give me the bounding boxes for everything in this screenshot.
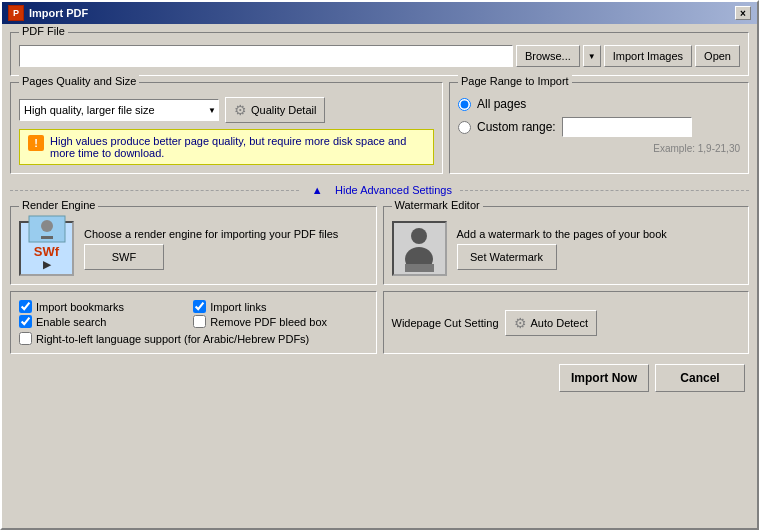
render-description: Choose a render engine for importing you… <box>84 228 338 240</box>
window-icon: P <box>8 5 24 21</box>
options-row: Import bookmarks Import links Enable sea… <box>10 291 749 354</box>
render-right: Choose a render engine for importing you… <box>84 228 338 270</box>
range-example-text: Example: 1,9-21,30 <box>458 143 740 154</box>
import-links-label: Import links <box>210 301 266 313</box>
watermark-editor-group: Watermark Editor Add a watermark to the … <box>383 206 750 285</box>
import-bookmarks-row: Import bookmarks <box>19 300 193 313</box>
open-button[interactable]: Open <box>695 45 740 67</box>
title-bar: P Import PDF × <box>2 2 757 24</box>
widepage-cut-group: Widepage Cut Setting ⚙ Auto Detect <box>383 291 750 354</box>
auto-detect-icon: ⚙ <box>514 315 527 331</box>
enable-search-label: Enable search <box>36 316 106 328</box>
quality-select-row: High quality, larger file size Medium qu… <box>19 97 434 123</box>
custom-range-input[interactable] <box>562 117 692 137</box>
swf-arrow-icon: ▶ <box>43 259 51 270</box>
custom-range-row: Custom range: <box>458 117 740 137</box>
quality-info-box: ! High values produce better page qualit… <box>19 129 434 165</box>
title-bar-left: P Import PDF <box>8 5 88 21</box>
footer-row: Import Now Cancel <box>10 360 749 392</box>
custom-range-label: Custom range: <box>477 120 556 134</box>
advanced-icon: ▲ <box>307 180 327 200</box>
quality-detail-label: Quality Detail <box>251 104 316 116</box>
custom-range-radio[interactable] <box>458 121 471 134</box>
advanced-separator[interactable]: ▲ Hide Advanced Settings <box>10 180 749 200</box>
swf-icon: SWf ▶ <box>19 221 74 276</box>
import-images-button[interactable]: Import Images <box>604 45 692 67</box>
page-range-label: Page Range to Import <box>458 75 572 87</box>
hide-advanced-label: Hide Advanced Settings <box>335 184 452 196</box>
quality-info-text: High values produce better page quality,… <box>50 135 425 159</box>
middle-row: Pages Quality and Size High quality, lar… <box>10 82 749 174</box>
pages-quality-label: Pages Quality and Size <box>19 75 139 87</box>
svg-point-3 <box>411 228 427 244</box>
gear-icon: ⚙ <box>234 102 247 118</box>
auto-detect-button[interactable]: ⚙ Auto Detect <box>505 310 597 336</box>
pdf-file-group: PDF File Browse... ▼ Import Images Open <box>10 32 749 76</box>
import-now-button[interactable]: Import Now <box>559 364 649 392</box>
all-pages-label: All pages <box>477 97 526 111</box>
remove-bleed-checkbox[interactable] <box>193 315 206 328</box>
swf-label-text: SWf <box>34 244 59 259</box>
window: P Import PDF × PDF File Browse... ▼ Impo… <box>0 0 759 530</box>
import-bookmarks-label: Import bookmarks <box>36 301 124 313</box>
watermark-icon <box>392 221 447 276</box>
quality-detail-button[interactable]: ⚙ Quality Detail <box>225 97 325 123</box>
quality-dropdown[interactable]: High quality, larger file size Medium qu… <box>19 99 219 121</box>
widepage-label: Widepage Cut Setting <box>392 317 499 329</box>
all-pages-row: All pages <box>458 97 740 111</box>
svg-point-1 <box>41 220 53 232</box>
warning-icon: ! <box>28 135 44 151</box>
watermark-editor-label: Watermark Editor <box>392 199 483 211</box>
rtl-row: Right-to-left language support (for Arab… <box>19 332 368 345</box>
browse-button[interactable]: Browse... <box>516 45 580 67</box>
pdf-path-input[interactable] <box>19 45 513 67</box>
svg-rect-2 <box>41 236 53 239</box>
watermark-right: Add a watermark to the pages of your boo… <box>457 228 667 270</box>
page-range-group: Page Range to Import All pages Custom ra… <box>449 82 749 174</box>
cancel-button[interactable]: Cancel <box>655 364 745 392</box>
close-button[interactable]: × <box>735 6 751 20</box>
set-watermark-button[interactable]: Set Watermark <box>457 244 557 270</box>
enable-search-row: Enable search <box>19 315 193 328</box>
options-left: Import bookmarks Import links Enable sea… <box>10 291 377 354</box>
quality-select-wrapper: High quality, larger file size Medium qu… <box>19 99 219 121</box>
pages-quality-group: Pages Quality and Size High quality, lar… <box>10 82 443 174</box>
pdf-file-row: Browse... ▼ Import Images Open <box>19 45 740 67</box>
remove-bleed-label: Remove PDF bleed box <box>210 316 327 328</box>
advanced-row: Render Engine SWf ▶ <box>10 206 749 285</box>
enable-search-checkbox[interactable] <box>19 315 32 328</box>
browse-dropdown-button[interactable]: ▼ <box>583 45 601 67</box>
separator-left <box>10 190 299 191</box>
svg-rect-5 <box>405 264 434 272</box>
watermark-content: Add a watermark to the pages of your boo… <box>392 221 741 276</box>
content-area: PDF File Browse... ▼ Import Images Open … <box>2 24 757 528</box>
auto-detect-label: Auto Detect <box>531 317 588 329</box>
pdf-file-label: PDF File <box>19 25 68 37</box>
import-links-checkbox[interactable] <box>193 300 206 313</box>
separator-right <box>460 190 749 191</box>
rtl-checkbox[interactable] <box>19 332 32 345</box>
render-engine-content: SWf ▶ Choose a render engine for importi… <box>19 221 368 276</box>
import-bookmarks-checkbox[interactable] <box>19 300 32 313</box>
options-two-col: Import bookmarks Import links Enable sea… <box>19 300 368 328</box>
rtl-label: Right-to-left language support (for Arab… <box>36 333 309 345</box>
render-engine-label: Render Engine <box>19 199 98 211</box>
all-pages-radio[interactable] <box>458 98 471 111</box>
import-links-row: Import links <box>193 300 367 313</box>
swf-button[interactable]: SWF <box>84 244 164 270</box>
render-engine-group: Render Engine SWf ▶ <box>10 206 377 285</box>
remove-bleed-row: Remove PDF bleed box <box>193 315 367 328</box>
watermark-description: Add a watermark to the pages of your boo… <box>457 228 667 240</box>
swf-icon-visual <box>21 214 72 244</box>
window-title: Import PDF <box>29 7 88 19</box>
